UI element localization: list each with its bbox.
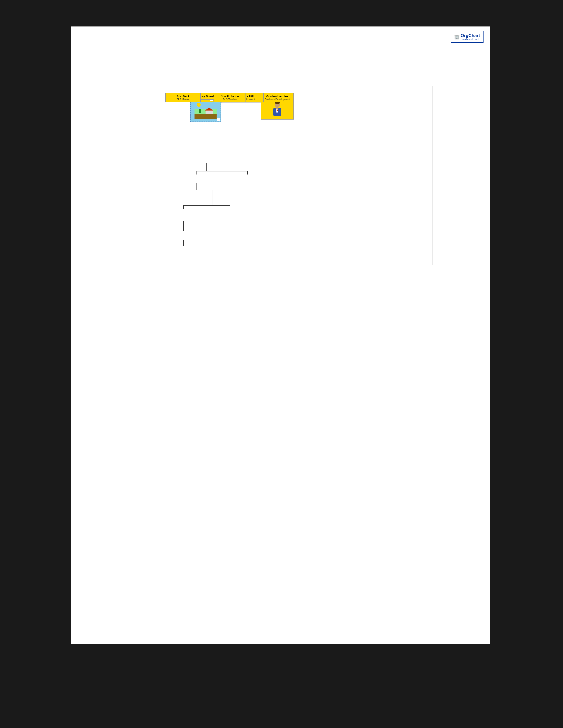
logo-icon: 🏢	[454, 34, 460, 39]
gordon-person-icon	[271, 101, 284, 117]
joe-collapse[interactable]: −	[217, 118, 220, 121]
eric-name: Eric Beck	[167, 95, 198, 98]
svg-rect-24	[276, 107, 278, 109]
jon-title: BLS Teacher	[216, 98, 244, 101]
logo-area: 🏢 OrgChart professional	[451, 31, 484, 43]
chart-container: Dennis Murphy President − Joe Kolinger P…	[124, 86, 433, 265]
gordon-node: Gordon Landies Business Development	[261, 93, 294, 120]
joe-image	[194, 102, 216, 119]
eric-title: BLS Mentor	[167, 98, 198, 101]
page: 🏢 OrgChart professional	[71, 26, 490, 644]
svg-point-20	[274, 102, 280, 104]
logo-main-text: OrgChart	[461, 33, 480, 38]
eric-node: Eric Beck BLS Mentor	[165, 93, 201, 102]
logo-sub-text: professional	[461, 38, 480, 41]
chart-inner: Dennis Murphy President − Joe Kolinger P…	[128, 93, 424, 256]
gordon-name: Gordon Landies	[262, 95, 292, 98]
jon-node: Jon Pinkston BLS Teacher	[214, 93, 246, 102]
gordon-title: Business Development	[262, 98, 292, 101]
jon-name: Jon Pinkston	[216, 95, 244, 98]
